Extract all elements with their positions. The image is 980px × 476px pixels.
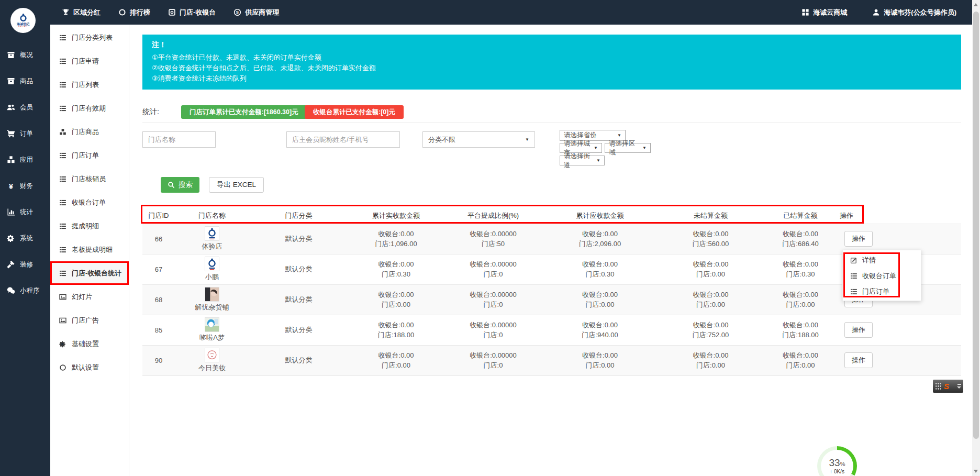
scrollbar-thumb[interactable] [973, 12, 979, 439]
settled-amount: 收银台:0.00门店:188.00 [764, 320, 837, 340]
submenu-item-store-validity[interactable]: 门店有效期 [50, 96, 129, 120]
row-action-button[interactable]: 操作 [844, 352, 873, 368]
ime-grid-icon [935, 382, 942, 390]
mall-name: 海诚云商城 [813, 8, 847, 17]
submenu-item-store-apply[interactable]: 门店申请 [50, 49, 129, 73]
search-button[interactable]: 搜索 [161, 177, 199, 193]
received-amount: 收银台:0.00门店:0.30 [348, 259, 444, 279]
sidebar-item-overview[interactable]: 概况 [0, 42, 50, 68]
owner-input[interactable] [286, 131, 400, 148]
top-menu-ranking[interactable]: 排行榜 [118, 8, 150, 17]
top-menu-supplier[interactable]: S供应商管理 [233, 8, 279, 17]
list-icon [850, 288, 858, 295]
submenu-item-default-settings[interactable]: 默认设置 [50, 356, 129, 379]
submenu-item-store-verifier[interactable]: 门店核销员 [50, 167, 129, 191]
top-menu-label: 区域分红 [73, 8, 101, 17]
grid-icon [801, 8, 809, 16]
submenu-item-store-ads[interactable]: 门店广告 [50, 308, 129, 332]
store-category: 默认分类 [249, 345, 348, 375]
sogou-ime-toolbar[interactable]: S [933, 380, 963, 393]
trophy-icon [62, 8, 70, 16]
topbar-right: 海诚云商城 海诚韦芬(公众号操作员) [801, 8, 956, 17]
submenu-item-store-category-list[interactable]: 门店分类列表 [50, 26, 129, 49]
top-menu-region-dividend[interactable]: 区域分红 [62, 8, 101, 17]
store-name: 解忧杂货铺 [195, 303, 229, 312]
sidebar-item-statistics[interactable]: 统计 [0, 199, 50, 225]
row-action-button[interactable]: 操作 [844, 231, 873, 247]
submenu-item-store-cashier-statistics[interactable]: 门店-收银台统计 [50, 261, 129, 285]
page-scrollbar[interactable] [972, 0, 980, 476]
ratio-amount: 收银台:0.00000门店:50 [444, 229, 542, 249]
submenu-item-slides[interactable]: 幻灯片 [50, 285, 129, 308]
sidebar-item-label: 财务 [20, 182, 33, 191]
top-menu-label: 门店-收银台 [180, 8, 216, 17]
submenu-item-boss-commission-detail[interactable]: 老板提成明细 [50, 238, 129, 261]
col-unsettled: 未结算金额 [658, 208, 764, 224]
scroll-up-arrow-icon[interactable] [974, 3, 978, 6]
app-logo[interactable]: 海诚世纪 NETHC [10, 8, 36, 33]
app-window: 区域分红 排行榜 门店-收银台 S供应商管理 海诚云商城 海诚韦芬(公众号操作员… [0, 0, 980, 476]
list-icon [59, 34, 66, 41]
yen-icon: ¥ [7, 182, 15, 190]
submenu-item-store-goods[interactable]: 门店商品 [50, 120, 129, 143]
list-icon [59, 223, 66, 230]
export-excel-button[interactable]: 导出 EXCEL [209, 177, 264, 193]
logo-subtext: NETHC [18, 26, 28, 28]
sidebar-item-system[interactable]: 系统 [0, 225, 50, 251]
image-icon [59, 293, 66, 301]
dropdown-item-label: 门店订单 [862, 287, 889, 296]
ratio-amount: 收银台:0.00000门店:0 [444, 259, 542, 279]
category-select[interactable]: 分类不限 [422, 131, 535, 148]
submenu-item-commission-detail[interactable]: 提成明细 [50, 214, 129, 238]
sidebar-item-orders[interactable]: 订单 [0, 120, 50, 147]
store-id: 90 [142, 345, 175, 375]
progress-speed: ↑ 0K/s [830, 469, 844, 474]
top-menu-store-cashier[interactable]: 门店-收银台 [168, 8, 216, 17]
sidebar-item-goods[interactable]: 商品 [0, 68, 50, 94]
up-arrow-icon: ↑ [830, 469, 832, 474]
submenu-item-cashier-orders[interactable]: 收银台订单 [50, 191, 129, 214]
list-icon [59, 152, 66, 159]
edit-icon [850, 257, 858, 264]
sidebar-item-decorate[interactable]: 装修 [0, 251, 50, 278]
submenu-item-store-list[interactable]: 门店列表 [50, 73, 129, 96]
dropdown-item-detail[interactable]: 详情 [843, 252, 921, 268]
row-action-button[interactable]: 操作 [844, 322, 873, 338]
street-select[interactable]: 请选择街道 [560, 156, 605, 165]
ratio-amount: 收银台:0.00000门店:0 [444, 320, 542, 340]
dropdown-item-cashier-orders[interactable]: 收银台订单 [843, 268, 921, 284]
store-id: 68 [142, 284, 175, 315]
dropdown-item-store-orders[interactable]: 门店订单 [843, 284, 921, 300]
settled-amount: 收银台:0.00门店:0.30 [764, 259, 837, 279]
submenu-item-label: 提成明细 [72, 222, 99, 231]
cashier-icon [168, 8, 176, 16]
submenu-item-label: 门店商品 [72, 127, 99, 137]
ime-controls[interactable] [957, 384, 961, 389]
scroll-down-arrow-icon[interactable] [974, 470, 978, 473]
top-right-account[interactable]: 海诚韦芬(公众号操作员) [872, 8, 956, 17]
store-paid-total-badge[interactable]: 门店订单累计已支付金额:[1860.30]元 [181, 105, 307, 119]
submenu-item-label: 门店订单 [72, 151, 99, 160]
sidebar-item-members[interactable]: 会员 [0, 94, 50, 120]
cart-icon [7, 129, 15, 138]
submenu-item-store-orders[interactable]: 门店订单 [50, 143, 129, 167]
svg-text:S: S [236, 10, 239, 15]
list-icon [850, 272, 858, 280]
submenu-item-label: 门店有效期 [72, 104, 106, 113]
network-progress-widget[interactable]: 33% ↑ 0K/s [817, 446, 857, 476]
sidebar-item-label: 统计 [20, 208, 33, 217]
submenu-item-label: 门店核销员 [72, 174, 106, 184]
search-icon [168, 181, 175, 189]
top-menu-label: 排行榜 [130, 8, 150, 17]
store-name: 小鹏 [205, 272, 219, 282]
submenu-item-basic-settings[interactable]: 基础设置 [50, 332, 129, 356]
store-name-input[interactable] [142, 131, 216, 148]
gears-icon [7, 234, 15, 242]
sidebar-item-apps[interactable]: 应用 [0, 147, 50, 173]
top-right-mall[interactable]: 海诚云商城 [801, 8, 847, 17]
cashier-paid-total-badge[interactable]: 收银台累计已支付金额:[0]元 [305, 105, 404, 119]
district-select[interactable]: 请选择区域 [605, 143, 651, 153]
sidebar-item-finance[interactable]: ¥财务 [0, 173, 50, 199]
top-menu: 区域分红 排行榜 门店-收银台 S供应商管理 [62, 8, 279, 17]
sidebar-item-miniprogram[interactable]: 小程序 [0, 278, 50, 304]
